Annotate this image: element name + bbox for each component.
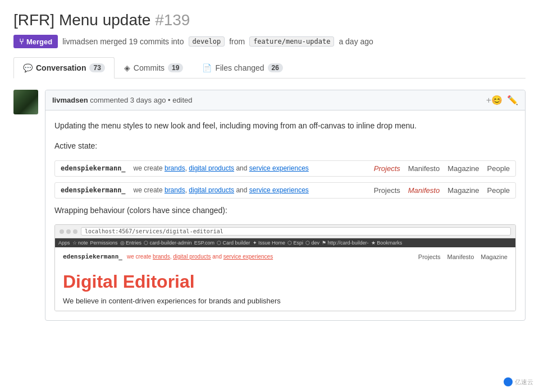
add-reaction-button[interactable]: +😊 bbox=[486, 95, 503, 105]
merged-badge: ⑂ Merged bbox=[13, 35, 58, 48]
head-branch: feature/menu-update bbox=[249, 36, 334, 47]
demo-nav-row2: edenspiekermann_ we create brands, digit… bbox=[54, 182, 516, 199]
commits-icon: ◈ bbox=[124, 63, 130, 72]
tab-commits[interactable]: ◈ Commits 19 bbox=[115, 57, 193, 79]
from-text: from bbox=[229, 37, 245, 46]
screenshot-content: edenspiekermann_ we create brands, digit… bbox=[55, 247, 515, 311]
screenshot-heading: Digital Editorial bbox=[63, 271, 508, 292]
comment-action: commented bbox=[90, 96, 128, 104]
nav-projects-1[interactable]: Projects bbox=[374, 164, 400, 173]
screenshot-nav-left: edenspiekermann_ we create brands, digit… bbox=[63, 253, 273, 260]
nav-people-1[interactable]: People bbox=[487, 164, 510, 173]
demo-nav-row1: edenspiekermann_ we create brands, digit… bbox=[54, 160, 516, 177]
toolbar-issue: ✦ Issue Home bbox=[253, 240, 286, 246]
toolbar-entries: ◎ Entries bbox=[120, 240, 142, 246]
comment-time: 3 days ago bbox=[130, 96, 166, 104]
comment-body-line1: Updating the menu styles to new look and… bbox=[54, 119, 516, 132]
demo-nav-left: edenspiekermann_ we create brands, digit… bbox=[61, 164, 309, 172]
screenshot-nav-manifesto[interactable]: Manifesto bbox=[447, 253, 474, 260]
link-service-2[interactable]: service experiences bbox=[249, 186, 309, 194]
nav-manifesto-2[interactable]: Manifesto bbox=[408, 186, 440, 195]
tagline-2: we create brands, digital products and s… bbox=[134, 186, 309, 194]
comment-wrapper: livmadsen commented 3 days ago • edited … bbox=[13, 90, 526, 321]
browser-url[interactable]: localhost:4567/services/digital-editoria… bbox=[81, 227, 511, 236]
comment-author[interactable]: livmadsen bbox=[52, 96, 88, 104]
nav-items-2: Projects Manifesto Magazine People bbox=[374, 186, 510, 195]
demo-nav-left-2: edenspiekermann_ we create brands, digit… bbox=[61, 186, 309, 194]
wrapping-label: Wrapping behaviour (colors have since ch… bbox=[54, 204, 516, 216]
files-icon: 📄 bbox=[202, 63, 212, 72]
screenshot-tagline: we create brands, digital products and s… bbox=[127, 253, 273, 260]
screenshot-nav-magazine[interactable]: Magazine bbox=[481, 253, 508, 260]
edit-button[interactable]: ✏️ bbox=[507, 95, 518, 105]
toolbar-card-builder: ⬡ card-builder-admin bbox=[144, 240, 192, 246]
comment-box: livmadsen commented 3 days ago • edited … bbox=[45, 90, 526, 321]
toolbar-dev: ⬡ dev bbox=[305, 240, 319, 246]
link-brands-2[interactable]: brands bbox=[165, 186, 185, 194]
nav-items-1: Projects Manifesto Magazine People bbox=[374, 164, 510, 173]
toolbar-espi2: ⬡ Espi bbox=[287, 240, 303, 246]
toolbar-apps: Apps bbox=[58, 240, 70, 246]
pr-title-text: [RFR] Menu update bbox=[13, 11, 150, 29]
base-branch: develop bbox=[189, 36, 225, 47]
nav-manifesto-1[interactable]: Manifesto bbox=[408, 164, 440, 173]
nav-people-2[interactable]: People bbox=[487, 186, 510, 195]
screenshot-link-brands[interactable]: brands bbox=[153, 253, 170, 260]
toolbar-note: ☆ note bbox=[72, 240, 88, 246]
nav-magazine-2[interactable]: Magazine bbox=[447, 186, 479, 195]
active-state-label: Active state: bbox=[54, 140, 516, 152]
link-service-1[interactable]: service experiences bbox=[249, 164, 309, 172]
toolbar-card: ⬡ Card builder bbox=[217, 240, 250, 246]
pr-title: [RFR] Menu update #139 bbox=[13, 11, 526, 29]
site-name-1: edenspiekermann_ bbox=[61, 164, 126, 172]
link-brands-1[interactable]: brands bbox=[165, 164, 185, 172]
tagline-1: we create brands, digital products and s… bbox=[134, 164, 309, 172]
browser-dot-2 bbox=[66, 229, 71, 234]
comment-edited: • edited bbox=[168, 96, 193, 104]
comment-header-right: +😊 ✏️ bbox=[486, 95, 518, 105]
toolbar-permissions: Permissions bbox=[90, 240, 118, 246]
screenshot-subtext: We believe in content-driven experiences… bbox=[63, 297, 508, 305]
pr-number: #139 bbox=[155, 11, 190, 29]
merge-icon: ⑂ bbox=[19, 37, 24, 46]
site-name-2: edenspiekermann_ bbox=[61, 186, 126, 194]
tab-files-changed[interactable]: 📄 Files changed 26 bbox=[193, 57, 293, 79]
pr-meta: ⑂ Merged livmadsen merged 19 commits int… bbox=[13, 35, 526, 48]
browser-dots bbox=[60, 229, 77, 234]
tab-files-changed-count: 26 bbox=[268, 63, 283, 72]
toolbar-espi: ESP.com bbox=[194, 240, 214, 246]
toolbar-http: ⚑ http://card-builder- bbox=[322, 240, 369, 246]
link-digital-2[interactable]: digital products bbox=[189, 186, 234, 194]
link-digital-1[interactable]: digital products bbox=[189, 164, 234, 172]
tab-files-changed-label: Files changed bbox=[215, 63, 264, 72]
tab-conversation-label: Conversation bbox=[36, 63, 86, 72]
merge-description: livmadsen merged 19 commits into bbox=[62, 37, 184, 46]
screenshot-link-digital[interactable]: digital products bbox=[173, 253, 211, 260]
comment-header-left: livmadsen commented 3 days ago • edited bbox=[52, 96, 193, 104]
avatar bbox=[13, 90, 38, 114]
tab-commits-count: 19 bbox=[168, 63, 183, 72]
screenshot-toolbar: Apps ☆ note Permissions ◎ Entries ⬡ card… bbox=[55, 238, 515, 247]
comment-body: Updating the menu styles to new look and… bbox=[45, 110, 525, 320]
screenshot-link-service[interactable]: service experiences bbox=[223, 253, 273, 260]
screenshot-nav-links: Projects Manifesto Magazine bbox=[418, 253, 508, 260]
browser-bar: localhost:4567/services/digital-editoria… bbox=[55, 225, 515, 238]
screenshot-nav-row: edenspiekermann_ we create brands, digit… bbox=[63, 253, 508, 260]
conversation-icon: 💬 bbox=[23, 63, 33, 72]
screenshot-site-name: edenspiekermann_ bbox=[63, 253, 122, 260]
badge-label: Merged bbox=[26, 38, 52, 46]
tab-commits-label: Commits bbox=[134, 63, 165, 72]
tab-conversation[interactable]: 💬 Conversation 73 bbox=[13, 57, 115, 79]
comment-header: livmadsen commented 3 days ago • edited … bbox=[45, 90, 525, 110]
tab-conversation-count: 73 bbox=[89, 63, 104, 72]
nav-projects-2[interactable]: Projects bbox=[374, 186, 400, 195]
browser-dot-3 bbox=[73, 229, 77, 234]
time-ago: a day ago bbox=[339, 37, 373, 46]
tabs-container: 💬 Conversation 73 ◈ Commits 19 📄 Files c… bbox=[13, 57, 526, 79]
nav-magazine-1[interactable]: Magazine bbox=[447, 164, 479, 173]
screenshot-nav-projects[interactable]: Projects bbox=[418, 253, 441, 260]
toolbar-bookmarks: ★ Bookmarks bbox=[371, 240, 403, 246]
browser-dot-1 bbox=[60, 229, 64, 234]
screenshot-preview: localhost:4567/services/digital-editoria… bbox=[54, 224, 516, 311]
